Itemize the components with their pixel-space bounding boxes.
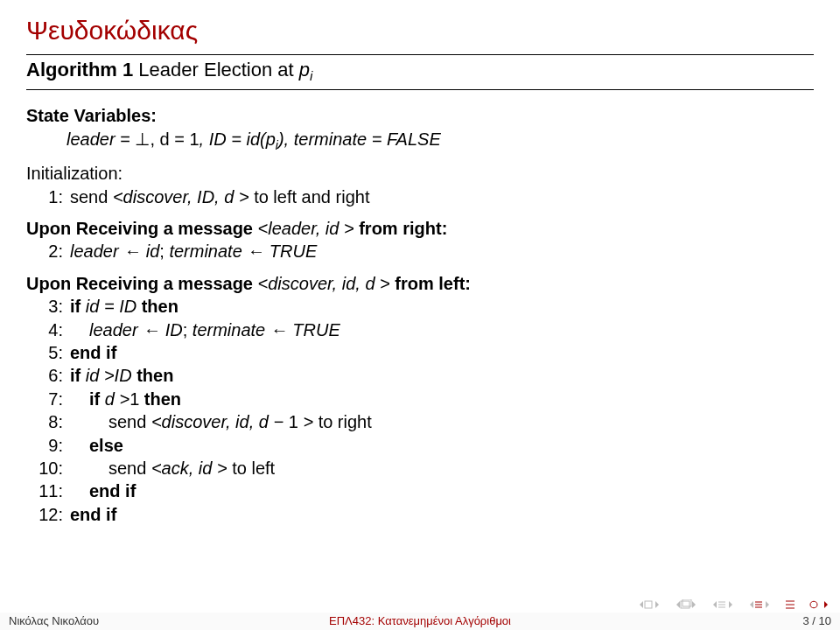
line-2: 2: leader ← id; terminate ← TRUE bbox=[26, 240, 814, 262]
line-8: 8: send <discover, id, d − 1 > to right bbox=[26, 410, 814, 433]
footer-page: 3 / 10 bbox=[560, 612, 840, 630]
nav-frame-icon[interactable] bbox=[674, 599, 698, 610]
line-9: 9: else bbox=[26, 434, 814, 457]
line-4: 4: leader ← ID; terminate ← TRUE bbox=[26, 318, 814, 341]
line-11: 11: end if bbox=[26, 480, 814, 502]
line-3: 3: if id = ID then bbox=[26, 295, 814, 318]
line-12: 12: end if bbox=[26, 503, 814, 526]
svg-marker-20 bbox=[824, 601, 828, 608]
recv-right-head: Upon Receiving a message <leader, id > f… bbox=[26, 217, 814, 240]
svg-marker-11 bbox=[729, 601, 732, 608]
nav-section-icon[interactable] bbox=[710, 599, 735, 610]
recv-left-head: Upon Receiving a message <discover, id, … bbox=[26, 272, 814, 295]
svg-rect-1 bbox=[645, 601, 652, 608]
state-vars-head: State Variables: bbox=[26, 104, 814, 127]
svg-marker-0 bbox=[640, 601, 643, 608]
svg-marker-2 bbox=[655, 601, 659, 608]
line-5: 5: end if bbox=[26, 341, 814, 364]
svg-marker-16 bbox=[766, 601, 769, 608]
init-head: Initialization: bbox=[26, 162, 814, 185]
nav-slide-icon[interactable] bbox=[637, 599, 662, 610]
algo-var: pi bbox=[299, 59, 313, 80]
beamer-nav-icons bbox=[637, 598, 830, 611]
line-7: 7: if d >1 then bbox=[26, 388, 814, 410]
algorithm-caption: Algorithm 1 Leader Election at pi bbox=[26, 55, 814, 89]
footer: Νικόλας Νικολάου ΕΠΛ432: Κατανεμημένοι Α… bbox=[0, 612, 840, 630]
page-title: Ψευδοκώδικας bbox=[26, 16, 814, 46]
svg-marker-6 bbox=[692, 601, 696, 608]
slide: Ψευδοκώδικας Algorithm 1 Leader Election… bbox=[0, 0, 840, 630]
algo-title-rest: Leader Election at bbox=[133, 59, 299, 80]
line-10: 10: send <ack, id > to left bbox=[26, 457, 814, 480]
nav-back-icon[interactable] bbox=[784, 599, 796, 610]
svg-marker-3 bbox=[676, 601, 680, 608]
algo-label: Algorithm 1 bbox=[26, 59, 133, 80]
line-6: 6: if id >ID then bbox=[26, 364, 814, 387]
footer-author: Νικόλας Νικολάου bbox=[0, 612, 280, 630]
state-vars-line: leader = ⊥, d = 1, ID = id(pi), terminat… bbox=[26, 128, 814, 153]
nav-search-icon[interactable] bbox=[808, 598, 830, 611]
svg-marker-12 bbox=[750, 601, 753, 608]
algorithm-body: State Variables: leader = ⊥, d = 1, ID =… bbox=[26, 90, 814, 526]
line-1: 1: send <discover, ID, d > to left and r… bbox=[26, 186, 814, 208]
svg-marker-7 bbox=[713, 601, 717, 608]
footer-title: ΕΠΛ432: Κατανεμημένοι Αλγόριθμοι bbox=[280, 612, 560, 630]
nav-doc-icon[interactable] bbox=[747, 599, 772, 610]
